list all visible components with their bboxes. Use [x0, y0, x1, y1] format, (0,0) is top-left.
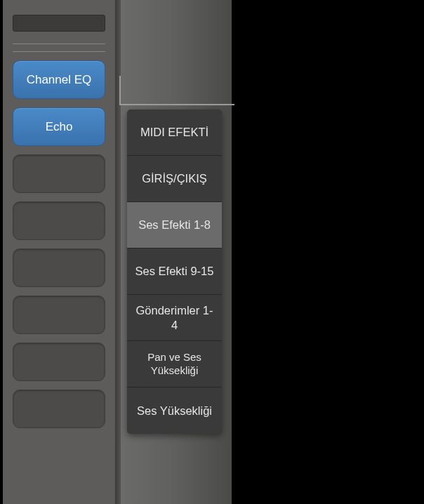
menu-item-audio-effect-9-15[interactable]: Ses Efekti 9-15	[127, 248, 222, 295]
menu-item-label: Gönderimler 1-4	[133, 303, 216, 332]
effect-slot-label: Channel EQ	[27, 73, 92, 87]
menu-item-pan-volume[interactable]: Pan ve Ses Yüksekliği	[127, 341, 222, 387]
callout-connector-vertical	[119, 76, 121, 104]
effect-slot-8[interactable]	[13, 390, 105, 428]
slot-type-menu: MIDI EFEKTİ GİRİŞ/ÇIKIŞ Ses Efekti 1-8 S…	[127, 110, 222, 434]
menu-item-input-output[interactable]: GİRİŞ/ÇIKIŞ	[127, 156, 222, 202]
menu-item-label: Ses Yüksekliği	[137, 404, 212, 418]
menu-item-sends-1-4[interactable]: Gönderimler 1-4	[127, 295, 222, 341]
section-divider-line	[13, 44, 105, 52]
effect-slot-label: Echo	[46, 120, 73, 134]
effect-slot-3[interactable]	[13, 154, 105, 193]
menu-item-midi-effect[interactable]: MIDI EFEKTİ	[127, 110, 222, 156]
menu-item-label: Ses Efekti 9-15	[135, 264, 214, 279]
menu-item-volume[interactable]: Ses Yüksekliği	[127, 387, 222, 434]
callout-connector-horizontal	[119, 104, 234, 105]
effect-slot-2[interactable]: Echo	[13, 107, 105, 146]
menu-item-label: GİRİŞ/ÇIKIŞ	[142, 171, 207, 186]
effect-slot-6[interactable]	[13, 296, 105, 334]
effect-slot-7[interactable]	[13, 343, 105, 381]
menu-item-label: Pan ve Ses Yüksekliği	[133, 351, 216, 378]
effect-slot-5[interactable]	[13, 248, 105, 287]
section-header-box	[13, 15, 105, 32]
section-header	[13, 7, 105, 35]
channel-strip: Channel EQ Echo	[3, 0, 115, 504]
effect-slot-4[interactable]	[13, 201, 105, 240]
menu-item-label: MIDI EFEKTİ	[140, 125, 208, 140]
menu-item-audio-effect-1-8[interactable]: Ses Efekti 1-8	[127, 202, 222, 248]
menu-item-label: Ses Efekti 1-8	[138, 218, 211, 232]
effect-slot-1[interactable]: Channel EQ	[13, 60, 105, 99]
